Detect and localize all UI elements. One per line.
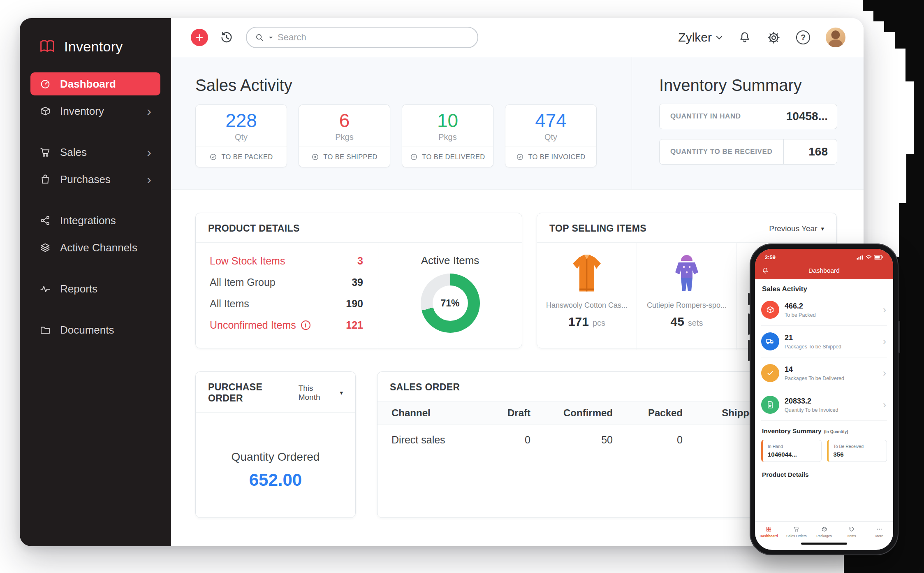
quantity-ordered-value: 652.00 xyxy=(249,470,302,490)
inventory-logo-icon xyxy=(38,37,57,56)
add-button[interactable]: + xyxy=(191,29,208,46)
metric-value: 21 xyxy=(785,334,841,342)
sales-activity-title: Sales Activity xyxy=(195,76,632,95)
column-header: Channel xyxy=(391,407,484,419)
box-icon xyxy=(761,301,779,319)
pixel-decoration xyxy=(914,81,924,154)
cell-confirmed: 50 xyxy=(541,434,623,446)
box-icon xyxy=(39,105,51,117)
all-item-group-row[interactable]: All Item Group 39 xyxy=(210,276,363,288)
low-stock-items-row[interactable]: Low Stock Items 3 xyxy=(210,255,363,267)
box-value: 1046044... xyxy=(768,451,816,458)
org-selector[interactable]: Zylker xyxy=(678,30,723,44)
to-be-delivered-card[interactable]: 10 Pkgs TO BE DELIVERED xyxy=(402,104,493,167)
phone-metric-to-be-invoiced[interactable]: 20833.2 Quantity To be Invoiced › xyxy=(761,389,887,421)
caret-down-icon: ▾ xyxy=(340,389,343,397)
search-scope-caret-icon[interactable] xyxy=(268,36,273,39)
topbar-right: Zylker ? xyxy=(678,28,845,47)
card-value: 228 xyxy=(225,109,257,132)
settings-gear-icon[interactable] xyxy=(767,31,780,44)
help-icon[interactable]: ? xyxy=(796,30,810,44)
user-avatar[interactable] xyxy=(826,28,845,47)
sidebar-item-reports[interactable]: Reports xyxy=(30,277,160,300)
phone-to-be-received-box[interactable]: To Be Received 356 xyxy=(827,440,887,462)
pixel-decoration xyxy=(884,21,924,32)
phone-in-hand-box[interactable]: In Hand 1046044... xyxy=(761,440,822,462)
wifi-icon xyxy=(866,255,872,260)
sidebar-spacer xyxy=(30,304,160,318)
phone-tab-sales-orders[interactable]: Sales Orders xyxy=(783,526,810,538)
share-nodes-icon xyxy=(39,215,51,226)
card-value: 474 xyxy=(535,109,567,132)
sidebar-item-active-channels[interactable]: Active Channels xyxy=(30,236,160,259)
phone-metric-to-be-shipped[interactable]: 21 Packages To be Shipped › xyxy=(761,326,887,357)
folder-icon xyxy=(39,324,51,336)
period-dropdown[interactable]: This Month ▾ xyxy=(299,384,343,402)
quantity-to-be-received-row[interactable]: QUANTITY TO BE RECEIVED 168 xyxy=(659,139,837,165)
summary-row-label: QUANTITY IN HAND xyxy=(660,104,777,129)
truck-icon xyxy=(761,332,779,350)
card-unit: Pkgs xyxy=(438,132,456,142)
product-name: Cutiepie Rompers-spo... xyxy=(647,301,727,310)
box-label: To Be Received xyxy=(834,444,882,449)
product-qty: 45 xyxy=(670,315,684,329)
to-be-packed-card[interactable]: 228 Qty TO BE PACKED xyxy=(195,104,287,167)
logo[interactable]: Inventory xyxy=(20,18,171,72)
home-indicator[interactable] xyxy=(801,543,847,545)
cart-icon xyxy=(793,526,799,532)
phone-metric-to-be-packed[interactable]: 466.2 To be Packed › xyxy=(761,294,887,326)
pixel-decoration xyxy=(905,49,924,81)
summary-row-value: 10458... xyxy=(777,104,837,129)
pixel-decoration xyxy=(873,11,924,21)
period-dropdown[interactable]: Previous Year ▾ xyxy=(769,224,824,233)
sidebar-item-integrations[interactable]: Integrations xyxy=(30,209,160,232)
sidebar-item-inventory[interactable]: Inventory › xyxy=(30,100,160,123)
phone-tab-packages[interactable]: Packages xyxy=(810,526,838,538)
phone-metric-to-be-delivered[interactable]: 14 Packages To be Delivered › xyxy=(761,357,887,389)
sidebar-item-sales[interactable]: Sales › xyxy=(30,141,160,164)
quantity-in-hand-row[interactable]: QUANTITY IN HAND 10458... xyxy=(659,104,837,129)
search-bar xyxy=(246,27,478,48)
card-status-label: TO BE INVOICED xyxy=(528,153,585,161)
tag-icon xyxy=(849,526,855,532)
phone-mute-switch xyxy=(748,293,750,305)
history-icon[interactable] xyxy=(220,30,234,44)
phone-tab-more[interactable]: More xyxy=(866,526,893,538)
sidebar-item-dashboard[interactable]: Dashboard xyxy=(30,72,160,95)
layers-icon xyxy=(39,242,51,253)
info-icon[interactable]: i xyxy=(301,320,310,330)
product-unit: sets xyxy=(688,318,703,328)
row-label: All Items xyxy=(210,298,249,310)
sidebar-item-label: Dashboard xyxy=(60,78,116,90)
phone-tab-dashboard[interactable]: Dashboard xyxy=(755,526,783,538)
sidebar-item-label: Active Channels xyxy=(60,241,137,254)
search-input[interactable] xyxy=(278,32,469,43)
metric-label: Packages To be Shipped xyxy=(785,344,841,350)
phone-bell-icon[interactable] xyxy=(762,267,769,274)
unconfirmed-items-row[interactable]: Unconfirmed Items i 121 xyxy=(210,319,363,331)
sidebar-item-purchases[interactable]: Purchases › xyxy=(30,168,160,191)
app-window: Inventory Dashboard Inventory › xyxy=(20,18,864,546)
phone-inventory-summary-note: (In Quantity) xyxy=(824,429,848,434)
to-be-invoiced-card[interactable]: 474 Qty TO BE INVOICED xyxy=(505,104,597,167)
top-selling-item[interactable]: Cutiepie Rompers-spo... 45 sets xyxy=(637,243,736,350)
quantity-ordered-label: Quantity Ordered xyxy=(232,450,320,464)
card-unit: Qty xyxy=(235,132,248,142)
to-be-shipped-card[interactable]: 6 Pkgs TO BE SHIPPED xyxy=(299,104,390,167)
period-value: This Month xyxy=(299,384,336,402)
phone-mockup: 2:59 Dashboard Sales Activity xyxy=(750,244,899,555)
all-items-row[interactable]: All Items 190 xyxy=(210,298,363,310)
row-value: 121 xyxy=(346,319,363,331)
cell-packed: 0 xyxy=(623,434,693,446)
card-unit: Pkgs xyxy=(335,132,353,142)
chevron-right-icon: › xyxy=(883,304,887,315)
sidebar: Inventory Dashboard Inventory › xyxy=(20,18,171,546)
phone-tab-items[interactable]: Items xyxy=(838,526,866,538)
top-selling-item[interactable]: Hanswooly Cotton Cas... 171 pcs xyxy=(537,243,637,350)
phone-body: Sales Activity 466.2 To be Packed › xyxy=(755,279,893,521)
sidebar-spacer xyxy=(30,127,160,141)
column-header: Packed xyxy=(623,407,693,419)
notifications-bell-icon[interactable] xyxy=(738,31,751,44)
row-value: 190 xyxy=(346,298,363,310)
sidebar-item-documents[interactable]: Documents xyxy=(30,318,160,341)
